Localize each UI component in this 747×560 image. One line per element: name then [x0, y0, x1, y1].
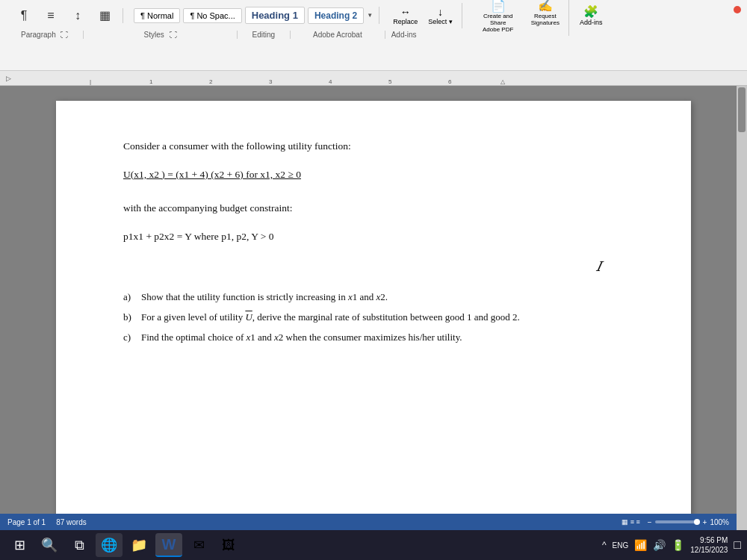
close-dot[interactable]	[734, 6, 741, 13]
utility-function-text: U(x1, x2 ) = (x1 + 4) (x2 + 6) for x1, x…	[123, 169, 301, 180]
indent-icon: ≡	[47, 10, 54, 22]
mail-button[interactable]: ✉	[185, 533, 212, 557]
question-b-text: For a given level of utility U, derive t…	[141, 310, 624, 330]
signatures-icon: ✍	[538, 0, 553, 13]
zoom-percent: 100%	[710, 518, 729, 526]
browser-icon: 🌐	[101, 537, 117, 553]
ruler-tick-3: 3	[269, 78, 272, 85]
start-button[interactable]: ⊞	[6, 533, 33, 557]
view-icons: ▦ ≡ ≡	[622, 518, 640, 526]
addins-label: Add-ins	[580, 19, 603, 26]
addins-section[interactable]: 🧩 Add-ins	[574, 3, 609, 28]
style-heading2[interactable]: Heading 2	[308, 7, 364, 24]
paragraph-expand-icon[interactable]: ⛶	[61, 31, 68, 39]
word-status-bar: Page 1 of 1 87 words ▦ ≡ ≡ − + 100%	[0, 514, 737, 530]
intro-text: Consider a consumer with the following u…	[123, 140, 351, 152]
cursor-area: 𝐼	[123, 256, 624, 278]
question-a-row: a) Show that the utility function is str…	[123, 290, 624, 310]
mail-icon: ✉	[193, 537, 205, 553]
browser-button[interactable]: 🌐	[96, 533, 123, 557]
battery-icon[interactable]: 🔋	[672, 539, 684, 551]
document-content: Consider a consumer with the following u…	[123, 138, 624, 346]
replace-label: Replace	[393, 18, 418, 25]
zoom-minus[interactable]: −	[648, 518, 652, 526]
ruler-marks: | 1 2 3 4 5 6 △	[90, 71, 747, 85]
status-right: ▦ ≡ ≡ − + 100%	[622, 518, 729, 526]
utility-function-paragraph: U(x1, x2 ) = (x1 + 4) (x2 + 6) for x1, x…	[123, 167, 624, 183]
ruler-left-marker: ▷	[6, 75, 11, 82]
border-btn[interactable]: ▦	[93, 8, 117, 23]
photos-icon: 🖼	[222, 538, 235, 553]
status-left: Page 1 of 1 87 words	[7, 518, 87, 526]
page-info: Page 1 of 1	[7, 518, 46, 526]
ruler-tick-2: 2	[209, 78, 212, 85]
search-button[interactable]: 🔍	[36, 533, 63, 557]
styles-label: Styles	[143, 31, 164, 39]
editing-section: ↔ Replace ↓ Select ▾	[384, 3, 462, 28]
budget-constraint-text: p1x1 + p2x2 = Y where p1, p2, Y > 0	[123, 231, 274, 242]
word-button[interactable]: W	[155, 533, 182, 557]
task-view-button[interactable]: ⧉	[66, 533, 93, 557]
ruler: ▷ | 1 2 3 4 5 6 △	[0, 71, 747, 86]
ruler-tick-5: 5	[388, 78, 391, 85]
file-explorer-button[interactable]: 📁	[125, 533, 152, 557]
language-indicator: ENG	[613, 541, 629, 550]
zoom-plus[interactable]: +	[703, 518, 707, 526]
document-page[interactable]: Consider a consumer with the following u…	[56, 101, 691, 523]
taskbar-time-area[interactable]: 9:56 PM 12/15/2023	[690, 535, 728, 555]
vertical-scrollbar[interactable]	[737, 86, 747, 530]
constraint-intro-paragraph: with the accompanying budget constraint:	[123, 200, 624, 217]
indent-btn[interactable]: ≡	[39, 8, 63, 23]
select-btn[interactable]: ↓ Select ▾	[425, 4, 456, 27]
editing-items: ↔ Replace ↓ Select ▾	[390, 4, 456, 27]
zoom-thumb[interactable]	[694, 519, 700, 525]
word-count: 87 words	[56, 518, 87, 526]
paragraph-label: Paragraph	[21, 31, 56, 39]
question-c-letter: c)	[123, 330, 141, 346]
addins-icon: 🧩	[583, 4, 598, 19]
taskbar-date: 12/15/2023	[690, 545, 728, 555]
question-c-row: c) Find the optimal choice of x1 and x2 …	[123, 330, 624, 346]
taskbar: ⊞ 🔍 ⧉ 🌐 📁 W ✉ 🖼 ^ ENG 📶 🔊 🔋 9:56 PM 12/1…	[0, 530, 747, 560]
style-no-spacing[interactable]: ¶ No Spac...	[183, 8, 241, 23]
pdf-icon: 📄	[491, 0, 506, 13]
volume-icon[interactable]: 🔊	[653, 539, 666, 551]
questions-section: a) Show that the utility function is str…	[123, 290, 624, 345]
intro-paragraph: Consider a consumer with the following u…	[123, 138, 624, 155]
paragraph-btn[interactable]: ¶	[12, 8, 36, 23]
search-icon: 🔍	[41, 537, 58, 553]
ruler-right-marker: △	[500, 78, 505, 85]
sort-icon: ↕	[75, 10, 81, 22]
ribbon: ¶ ≡ ↕ ▦ ¶ Normal ¶ No Spac... Heading 1 …	[0, 0, 747, 71]
ruler-tick-4: 4	[329, 78, 332, 85]
question-b-letter: b)	[123, 310, 141, 330]
cursor-beam-icon: 𝐼	[596, 259, 601, 274]
adobe-label: Adobe Acrobat	[313, 31, 362, 39]
taskbar-time: 9:56 PM	[690, 535, 728, 545]
styles-dropdown-arrow[interactable]: ▼	[367, 12, 373, 19]
paragraph-icon: ¶	[21, 10, 28, 22]
up-arrow-icon[interactable]: ^	[602, 540, 607, 550]
replace-btn[interactable]: ↔ Replace	[390, 4, 421, 27]
ruler-tick-0: |	[90, 78, 91, 85]
paragraph-section: ¶ ≡ ↕ ▦	[6, 8, 123, 23]
question-b-row: b) For a given level of utility U, deriv…	[123, 310, 624, 330]
start-icon: ⊞	[14, 537, 25, 553]
ribbon-controls-row: ¶ ≡ ↕ ▦ ¶ Normal ¶ No Spac... Heading 1 …	[6, 3, 741, 29]
styles-expand-icon[interactable]: ⛶	[170, 31, 177, 39]
wifi-icon[interactable]: 📶	[634, 539, 647, 551]
question-a-letter: a)	[123, 290, 141, 310]
taskbar-system-area: ^ ENG 📶 🔊 🔋 9:56 PM 12/15/2023 □	[602, 535, 741, 555]
scroll-thumb[interactable]	[738, 87, 746, 132]
style-normal[interactable]: ¶ Normal	[134, 8, 180, 23]
zoom-track	[655, 520, 700, 523]
sort-btn[interactable]: ↕	[66, 8, 90, 23]
photos-button[interactable]: 🖼	[215, 533, 242, 557]
file-explorer-icon: 📁	[131, 537, 147, 553]
notification-icon[interactable]: □	[734, 538, 741, 552]
style-heading1[interactable]: Heading 1	[245, 7, 305, 24]
editing-label: Editing	[252, 31, 276, 39]
styles-section: ¶ Normal ¶ No Spac... Heading 1 Heading …	[128, 7, 379, 24]
zoom-control[interactable]: − + 100%	[648, 518, 729, 526]
question-a-text: Show that the utility function is strict…	[141, 290, 624, 310]
